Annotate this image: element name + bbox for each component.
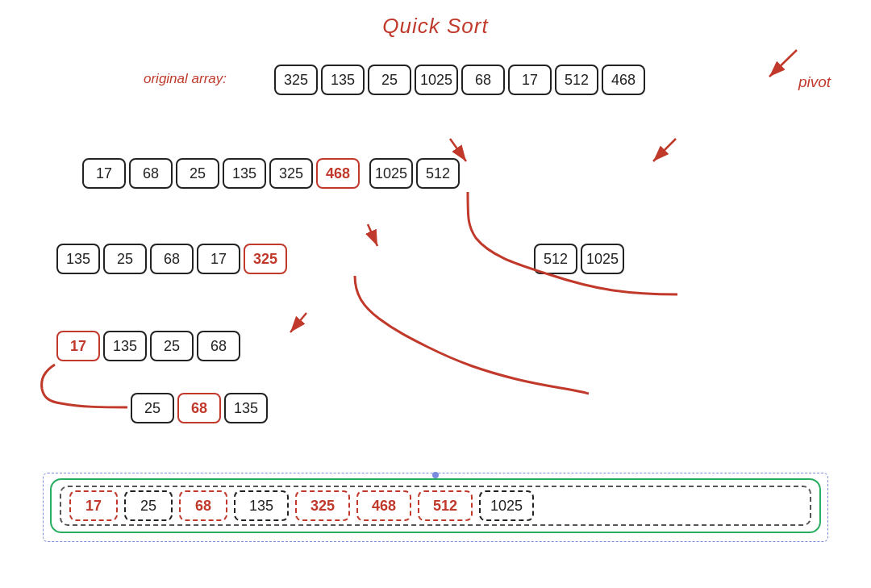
cell-r3-r0: 512 xyxy=(534,244,577,274)
cell-r3-2: 68 xyxy=(150,244,194,274)
cell-orig-0: 325 xyxy=(274,65,318,95)
cell-orig-1: 135 xyxy=(321,65,365,95)
original-array-row: 325 135 25 1025 68 17 512 468 xyxy=(273,65,647,95)
cell-r2-1: 68 xyxy=(129,158,173,189)
cell-r4-2: 25 xyxy=(150,331,194,361)
sorted-array-inner: 17 25 68 135 325 468 512 1025 xyxy=(60,486,811,526)
cell-r5-2: 135 xyxy=(224,393,268,423)
svg-line-5 xyxy=(290,313,306,332)
svg-line-1 xyxy=(769,50,797,77)
cell-r2-3: 135 xyxy=(223,158,266,189)
cell-orig-5: 17 xyxy=(508,65,552,95)
cell-orig-3: 1025 xyxy=(415,65,458,95)
cell-r4-1: 135 xyxy=(103,331,147,361)
pivot-label: pivot xyxy=(798,73,831,91)
row3-right: 512 1025 xyxy=(532,244,626,274)
row2: 17 68 25 135 325 468 1025 512 xyxy=(81,158,461,189)
row4-left: 17 135 25 68 xyxy=(55,331,242,361)
cell-r2-2: 25 xyxy=(176,158,219,189)
row3-left: 135 25 68 17 325 xyxy=(55,244,289,274)
cell-r4-3: 68 xyxy=(197,331,240,361)
cell-r3-1: 25 xyxy=(103,244,147,274)
cell-orig-7: 468 xyxy=(602,65,645,95)
cell-r5-0: 25 xyxy=(131,393,174,423)
cell-r5-1: 68 xyxy=(177,393,221,423)
cell-r3-3: 17 xyxy=(197,244,240,274)
cell-r2-0: 17 xyxy=(82,158,126,189)
cell-orig-2: 25 xyxy=(368,65,411,95)
sorted-5: 468 xyxy=(356,490,411,521)
sorted-3: 135 xyxy=(234,490,289,521)
cell-r3-4: 325 xyxy=(244,244,287,274)
sorted-2: 68 xyxy=(179,490,227,521)
page-title: Quick Sort xyxy=(0,14,871,39)
svg-line-4 xyxy=(368,224,377,246)
cell-r2-7: 512 xyxy=(416,158,460,189)
cell-r3-0: 135 xyxy=(56,244,100,274)
cell-orig-6: 512 xyxy=(555,65,598,95)
svg-line-3 xyxy=(653,139,676,161)
cell-orig-4: 68 xyxy=(461,65,505,95)
sorted-7: 1025 xyxy=(479,490,534,521)
row5-left: 25 68 135 xyxy=(129,393,269,423)
cell-r2-5: 468 xyxy=(316,158,360,189)
sorted-6: 512 xyxy=(418,490,473,521)
cell-r2-4: 325 xyxy=(269,158,313,189)
sorted-1: 25 xyxy=(124,490,173,521)
cell-r4-0: 17 xyxy=(56,331,100,361)
original-array-label: original array: xyxy=(144,71,227,87)
sorted-0: 17 xyxy=(69,490,118,521)
cell-r2-6: 1025 xyxy=(369,158,413,189)
cell-r3-r1: 1025 xyxy=(581,244,624,274)
sorted-4: 325 xyxy=(295,490,350,521)
sorted-array-container: 17 25 68 135 325 468 512 1025 xyxy=(50,478,821,533)
selection-dot xyxy=(432,472,439,478)
